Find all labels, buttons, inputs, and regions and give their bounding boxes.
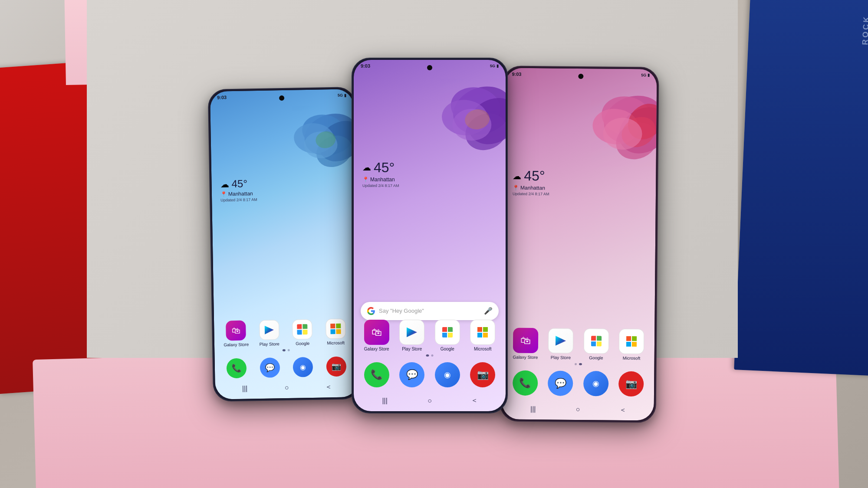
- play-store-label-left: Play Store: [260, 341, 279, 347]
- weather-location-center: 📍 Manhattan: [362, 177, 399, 183]
- app-google-right[interactable]: Google: [580, 328, 612, 360]
- microsoft-icon-left[interactable]: [326, 318, 346, 339]
- page-indicator-center: [426, 354, 434, 357]
- wallpaper-purple: 9:03 5G ▮ ☁ 45° 📍 Manhatt: [354, 60, 506, 411]
- google-icon-right[interactable]: [584, 328, 609, 354]
- nav-home-center[interactable]: ○: [424, 396, 435, 406]
- app-play-store-center[interactable]: Play Store: [396, 320, 428, 351]
- ms-grid-center: [477, 327, 488, 337]
- play-store-icon-left[interactable]: [259, 320, 279, 340]
- google-label-left: Google: [296, 341, 309, 346]
- dock-phone-center[interactable]: 📞: [361, 362, 393, 387]
- app-google-left[interactable]: Google: [287, 319, 318, 346]
- dock-phone-right[interactable]: 📞: [509, 370, 541, 396]
- dock-messages-left[interactable]: 💬: [255, 357, 285, 378]
- google-label-center: Google: [441, 347, 454, 351]
- microsoft-label-right: Microsoft: [623, 355, 641, 360]
- signal-right: 5G: [641, 73, 646, 77]
- microsoft-label-left: Microsoft: [327, 340, 345, 345]
- messages-icon-right[interactable]: 💬: [548, 370, 573, 396]
- nav-recents-left[interactable]: |||: [240, 383, 250, 393]
- dock-camera-left[interactable]: 📷: [321, 356, 351, 377]
- status-icons-right: 5G ▮: [641, 73, 650, 77]
- app-galaxy-store-left[interactable]: 🛍 Galaxy Store: [221, 320, 251, 347]
- weather-temp-right: 45°: [524, 167, 545, 183]
- flower-decoration-pink: [549, 68, 657, 245]
- microsoft-icon-right[interactable]: [619, 328, 644, 354]
- weather-icon-left: ☁: [220, 179, 229, 189]
- camera-app-icon-center[interactable]: 📷: [470, 362, 495, 387]
- google-grid-left: [297, 324, 307, 334]
- flower-decoration-blue: [253, 89, 356, 245]
- phone-app-icon-center[interactable]: 📞: [364, 362, 389, 387]
- app-microsoft-left[interactable]: Microsoft: [321, 318, 351, 345]
- camera-left: [279, 95, 284, 100]
- time-right: 9:03: [512, 71, 521, 76]
- dock-messages-center[interactable]: 💬: [396, 362, 428, 387]
- phone-right-screen: 9:03 5G ▮ ☁ 45° 📍 Manhatt: [502, 68, 657, 420]
- weather-updated-left: Updated 2/4 8:17 AM: [220, 197, 257, 202]
- nav-back-left[interactable]: ＜: [323, 382, 334, 392]
- phone-app-icon-left[interactable]: 📞: [227, 358, 247, 378]
- google-icon-left[interactable]: [292, 319, 312, 339]
- dock-bixby-center[interactable]: ◉: [431, 362, 464, 387]
- nav-bar-right: ||| ○ ＜: [502, 402, 654, 417]
- microsoft-icon-center[interactable]: [470, 320, 495, 345]
- nav-recents-center[interactable]: |||: [380, 396, 390, 406]
- google-grid-right: [591, 336, 602, 346]
- app-microsoft-center[interactable]: Microsoft: [467, 320, 499, 351]
- dock-camera-right[interactable]: 📷: [615, 371, 647, 396]
- play-store-icon-center[interactable]: [399, 320, 424, 345]
- app-galaxy-store-center[interactable]: 🛍 Galaxy Store: [361, 320, 393, 351]
- galaxy-store-label-center: Galaxy Store: [364, 347, 389, 351]
- search-bar-center[interactable]: Say "Hey Google" 🎤: [361, 302, 499, 320]
- page-indicator-right: [575, 363, 582, 365]
- galaxy-store-icon-right[interactable]: 🛍: [513, 328, 539, 353]
- app-galaxy-store-right[interactable]: 🛍 Galaxy Store: [510, 328, 542, 360]
- camera-app-icon-left[interactable]: 📷: [326, 356, 346, 377]
- app-google-center[interactable]: Google: [431, 320, 464, 351]
- messages-icon-left[interactable]: 💬: [260, 357, 280, 378]
- ms-grid-right: [626, 336, 637, 346]
- dock-messages-right[interactable]: 💬: [544, 370, 576, 396]
- dock-left: 📞 💬 ◉ 📷: [215, 356, 358, 379]
- app-play-store-right[interactable]: Play Store: [545, 328, 577, 360]
- dock-right: 📞 💬 ◉ 📷: [502, 370, 654, 396]
- app-grid-left: 🛍 Galaxy Store Play Store: [214, 318, 358, 347]
- nav-bar-left: ||| ○ ＜: [215, 380, 359, 396]
- mic-icon-center[interactable]: 🎤: [484, 307, 493, 315]
- dock-bixby-left[interactable]: ◉: [288, 357, 318, 377]
- galaxy-store-icon-left[interactable]: 🛍: [226, 320, 246, 341]
- google-icon-center[interactable]: [435, 320, 460, 345]
- dock-bixby-right[interactable]: ◉: [580, 371, 612, 396]
- dot-c2: [431, 354, 434, 357]
- nav-back-right[interactable]: ＜: [618, 404, 628, 415]
- bixby-icon-right[interactable]: ◉: [583, 371, 609, 396]
- app-microsoft-right[interactable]: Microsoft: [615, 328, 648, 360]
- nav-home-left[interactable]: ○: [282, 382, 292, 393]
- bixby-icon-left[interactable]: ◉: [293, 357, 313, 377]
- time-center: 9:03: [361, 63, 370, 69]
- dock-phone-left[interactable]: 📞: [222, 358, 252, 378]
- weather-location-left: 📍 Manhattan: [220, 190, 257, 197]
- play-store-icon-right[interactable]: [548, 328, 574, 354]
- dot-2: [288, 349, 290, 351]
- galaxy-store-icon-center[interactable]: 🛍: [364, 320, 389, 345]
- nav-home-right[interactable]: ○: [573, 404, 583, 414]
- nav-back-center[interactable]: ＜: [469, 396, 480, 406]
- app-play-store-left[interactable]: Play Store: [254, 320, 285, 347]
- phone-center: 9:03 5G ▮ ☁ 45° 📍 Manhatt: [352, 58, 508, 413]
- status-icons-center: 5G ▮: [490, 64, 499, 68]
- messages-icon-center[interactable]: 💬: [399, 362, 424, 387]
- weather-left: ☁ 45° 📍 Manhattan Updated 2/4 8:17 AM: [220, 177, 257, 202]
- camera-app-icon-right[interactable]: 📷: [618, 371, 644, 396]
- nav-recents-right[interactable]: |||: [528, 403, 538, 414]
- bixby-icon-center[interactable]: ◉: [435, 362, 460, 387]
- phone-app-icon-right[interactable]: 📞: [513, 370, 538, 396]
- dock-camera-center[interactable]: 📷: [467, 362, 499, 387]
- time-left: 9:03: [217, 95, 227, 100]
- dot-1: [283, 349, 286, 351]
- camera-center: [427, 65, 432, 70]
- phones-container: 9:03 5G ▮ ☁ 45° 📍 Manhatt: [0, 0, 868, 488]
- weather-center: ☁ 45° 📍 Manhattan Updated 2/4 8:17 AM: [362, 160, 399, 188]
